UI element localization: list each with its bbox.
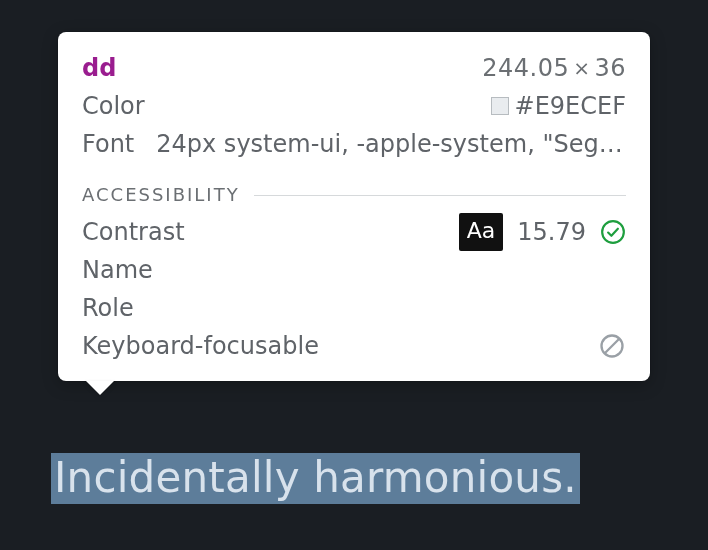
contrast-row: Contrast Aa 15.79 bbox=[82, 213, 626, 251]
name-label: Name bbox=[82, 252, 153, 289]
accessibility-section-header: ACCESSIBILITY bbox=[82, 181, 626, 209]
svg-line-2 bbox=[605, 339, 619, 353]
dim-width: 244.05 bbox=[482, 54, 569, 82]
color-row: Color #E9ECEF bbox=[82, 88, 626, 126]
font-value: 24px system-ui, -apple-system, "Segoe… bbox=[156, 126, 626, 163]
color-hex: #E9ECEF bbox=[515, 92, 626, 120]
role-row: Role bbox=[82, 289, 626, 327]
color-value: #E9ECEF bbox=[491, 88, 626, 125]
keyboard-row: Keyboard-focusable bbox=[82, 327, 626, 365]
element-inspector-tooltip: dd 244.05×36 Color #E9ECEF Font 24px sys… bbox=[58, 32, 650, 381]
element-dimensions: 244.05×36 bbox=[482, 50, 626, 87]
dim-height: 36 bbox=[594, 54, 626, 82]
element-tag: dd bbox=[82, 50, 116, 87]
contrast-label: Contrast bbox=[82, 214, 185, 251]
color-label: Color bbox=[82, 88, 145, 125]
role-label: Role bbox=[82, 290, 134, 327]
tag-dimensions-row: dd 244.05×36 bbox=[82, 50, 626, 88]
accessibility-title: ACCESSIBILITY bbox=[82, 181, 240, 209]
times-icon: × bbox=[569, 56, 594, 80]
font-label: Font bbox=[82, 126, 134, 163]
highlighted-text[interactable]: Incidentally harmonious. bbox=[51, 453, 580, 504]
not-allowed-icon bbox=[598, 332, 626, 360]
name-row: Name bbox=[82, 251, 626, 289]
contrast-value-group: Aa 15.79 bbox=[459, 213, 626, 251]
keyboard-label: Keyboard-focusable bbox=[82, 328, 319, 365]
section-rule bbox=[254, 195, 626, 196]
check-circle-icon bbox=[600, 219, 626, 245]
contrast-value: 15.79 bbox=[517, 214, 586, 251]
color-swatch bbox=[491, 97, 509, 115]
contrast-chip: Aa bbox=[459, 213, 504, 251]
svg-point-0 bbox=[602, 221, 624, 243]
font-row: Font 24px system-ui, -apple-system, "Seg… bbox=[82, 126, 626, 163]
